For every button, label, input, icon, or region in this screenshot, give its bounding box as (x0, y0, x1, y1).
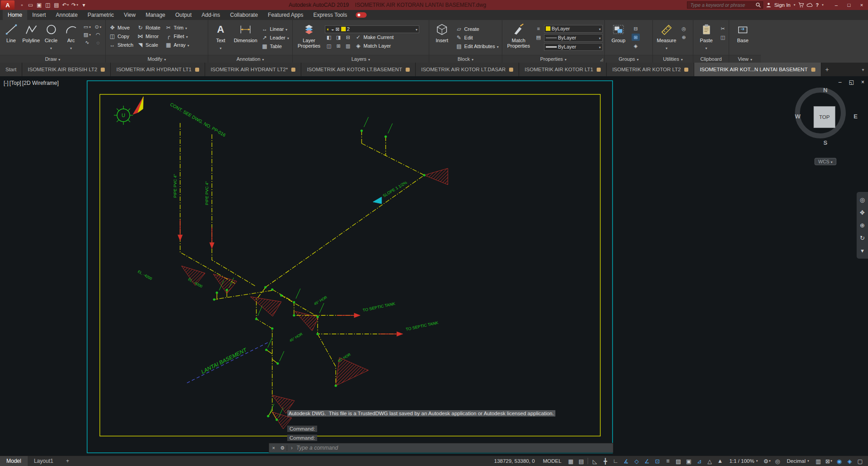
linetype-combo[interactable]: ByLayer (544, 34, 603, 42)
infer-constraints-toggle[interactable]: ◺ (589, 457, 600, 466)
annotation-scale-button[interactable]: 1:1 / 100%▾ (725, 458, 762, 464)
dynamic-input-toggle[interactable]: ╋ (600, 457, 610, 466)
object-snap-tracking-toggle[interactable]: ∠ (642, 457, 652, 466)
menu-tab-featured-apps[interactable]: Featured Apps (263, 10, 308, 20)
workspace-switching-button[interactable]: ⚙▾ (762, 457, 772, 466)
maximize-button[interactable]: □ (843, 0, 855, 10)
sign-in-button[interactable]: Sign In (774, 2, 790, 8)
viewcube-top-face[interactable]: TOP (814, 106, 835, 128)
autocad-logo-icon[interactable]: A (1, 0, 15, 10)
doc-minimize-button[interactable]: – (839, 79, 842, 85)
snap-mode-toggle[interactable]: ▤ (576, 457, 586, 466)
arc-tool-button[interactable]: Arc (62, 21, 80, 54)
insert-block-button[interactable]: Insert (431, 21, 453, 54)
doc-close-button[interactable]: × (861, 79, 864, 85)
file-tab[interactable]: ISOMETRIK AIR HYDRANT LT1 (111, 63, 205, 76)
ribbon-options-icon[interactable] (356, 12, 367, 18)
lineweight-toggle[interactable]: ≡ (662, 457, 673, 466)
doc-restore-button[interactable]: ◱ (849, 79, 854, 85)
mirror-tool-button[interactable]: ⋈Mirror (136, 32, 163, 40)
graphics-performance-toggle[interactable]: ◈ (844, 457, 855, 466)
help-caret-icon[interactable]: ▾ (822, 3, 824, 7)
menu-tab-insert[interactable]: Insert (27, 10, 51, 20)
table-button[interactable]: ▦Table (260, 42, 290, 51)
viewcube-west[interactable]: W (795, 113, 800, 120)
paste-button[interactable]: Paste (695, 21, 717, 54)
groups-panel-label[interactable]: Groups (605, 55, 652, 63)
file-tab[interactable]: ISOMETRIK AIR KOTOR LT.DASAR (416, 63, 519, 76)
block-panel-label[interactable]: Block (429, 55, 502, 63)
copy-clip-icon[interactable]: ◫ (719, 34, 727, 41)
create-block-button[interactable]: ▱Create (454, 25, 500, 34)
transparency-toggle[interactable]: ▨ (673, 457, 683, 466)
ungroup-icon[interactable]: ⊟ (632, 25, 640, 32)
menu-tab-collaborate[interactable]: Collaborate (225, 10, 263, 20)
match-properties-button[interactable]: Match Properties (504, 21, 533, 54)
dynamic-ucs-toggle[interactable]: ⊿ (694, 457, 704, 466)
menu-tab-annotate[interactable]: Annotate (51, 10, 83, 20)
arc-extra-tool[interactable]: ◠ (93, 31, 103, 39)
layers-panel-label[interactable]: Layers (293, 55, 429, 63)
command-input[interactable] (295, 444, 613, 451)
cut-icon[interactable]: ✂ (719, 25, 727, 32)
file-tab[interactable]: ISOMETRIK AIR KOT...N LANTAI BASEMENT (694, 63, 821, 76)
ortho-mode-toggle[interactable]: ∟ (610, 457, 621, 466)
viewcube-south[interactable]: S (794, 139, 857, 146)
layer-off-tool[interactable]: ◧ (325, 34, 333, 41)
menu-tab-view[interactable]: View (119, 10, 141, 20)
undo-button[interactable]: ↶▾ (61, 1, 70, 9)
annotation-monitor-toggle[interactable]: ◎ (772, 457, 783, 466)
layer-unlock-tool[interactable]: ⊞ (334, 42, 343, 49)
viewport-view-control[interactable]: [Top] (10, 80, 21, 86)
match-layer-button[interactable]: ◈Match Layer (353, 42, 392, 50)
id-point-icon[interactable]: ◎ (680, 25, 688, 32)
copy-tool-button[interactable]: ◫Copy (108, 32, 135, 40)
close-icon[interactable]: × (269, 445, 278, 451)
redo-button[interactable]: ↷▾ (71, 1, 79, 9)
scale-tool-button[interactable]: ◥Scale (136, 40, 163, 49)
linear-dimension-button[interactable]: ↔Linear (260, 25, 290, 34)
help-icon[interactable]: ? (816, 2, 819, 8)
group-button[interactable]: Group (607, 21, 630, 54)
pan-icon[interactable]: ✥ (860, 209, 865, 216)
clipboard-panel-label[interactable]: Clipboard (693, 55, 729, 63)
point-tool[interactable]: ◌ (93, 39, 103, 46)
layer-on-tool[interactable]: ◫ (325, 42, 333, 49)
properties-panel-label[interactable]: Properties (502, 55, 604, 63)
drawing-canvas[interactable]: CONT. SEE DWG. NO. PP-016PIPE PVC 4"PIPE… (0, 76, 868, 456)
new-drawing-tab-button[interactable]: + (821, 63, 833, 76)
selection-cycling-toggle[interactable]: ▣ (683, 457, 694, 466)
clean-screen-toggle[interactable]: ▢ (855, 457, 865, 466)
menu-tab-parametric[interactable]: Parametric (83, 10, 119, 20)
grid-display-toggle[interactable]: ▦ (565, 457, 576, 466)
layout1-tab[interactable]: Layout1 (28, 456, 60, 466)
app-store-cart-icon[interactable] (798, 2, 804, 8)
object-color-combo[interactable]: ByLayer (544, 25, 603, 33)
stretch-tool-button[interactable]: ↔Stretch (108, 40, 135, 49)
fillet-tool-button[interactable]: ╭Fillet (164, 32, 191, 40)
model-space-button[interactable]: MODEL (539, 458, 566, 464)
open-file-button[interactable]: ▭ (27, 1, 34, 9)
measure-button[interactable]: Measure (655, 21, 678, 54)
isolate-objects-button[interactable]: ◉ (834, 457, 844, 466)
layer-combo[interactable]: ◐ ◒ ⊠ 2 (325, 25, 419, 33)
trim-tool-button[interactable]: ✂Trim (164, 23, 191, 32)
group-edit-icon[interactable]: ⊞ (632, 34, 640, 41)
draw-panel-label[interactable]: Draw (0, 55, 105, 63)
properties-table-icon[interactable]: ▤ (535, 34, 543, 41)
edit-attributes-button[interactable]: ▤Edit Attributes (454, 42, 500, 51)
showmotion-icon[interactable]: ▾ (861, 247, 864, 254)
qat-customize-button[interactable]: ▾ (80, 1, 88, 9)
viewcube-east[interactable]: E (853, 113, 858, 120)
sign-in-caret-icon[interactable]: ▾ (794, 3, 795, 7)
autoscale-toggle[interactable]: ▲ (715, 457, 725, 466)
lineweight-combo[interactable]: ByLayer (544, 43, 603, 51)
ellipse-tool[interactable]: ⊙▾ (93, 23, 103, 31)
isometric-drafting-toggle[interactable]: ◇ (631, 457, 642, 466)
a360-cloud-icon[interactable] (807, 2, 813, 8)
zoom-icon[interactable]: ⊕ (860, 222, 865, 229)
menu-tab-add-ins[interactable]: Add-ins (196, 10, 225, 20)
wcs-dropdown[interactable]: WCS (814, 158, 836, 165)
menu-tab-home[interactable]: Home (3, 10, 27, 20)
group-selection-icon[interactable]: ◈ (632, 42, 640, 49)
